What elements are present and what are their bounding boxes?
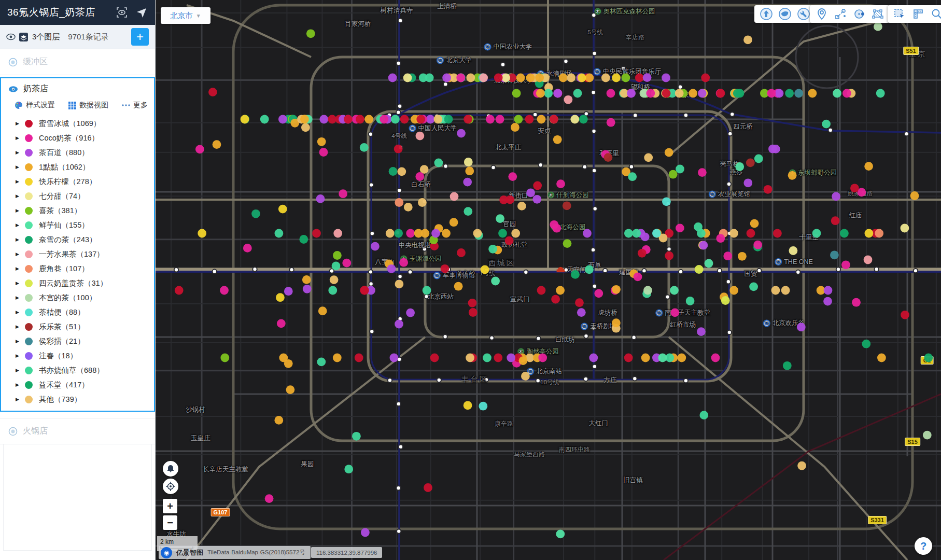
poi-dot[interactable] bbox=[662, 197, 671, 206]
poi-dot[interactable] bbox=[303, 285, 312, 293]
poi-dot[interactable] bbox=[521, 372, 530, 381]
poi-dot[interactable] bbox=[317, 137, 326, 146]
poi-dot[interactable] bbox=[434, 159, 443, 167]
poi-dot[interactable] bbox=[624, 229, 633, 238]
poi-dot[interactable] bbox=[284, 287, 293, 296]
eye-scan-icon[interactable] bbox=[116, 6, 128, 19]
poi-dot[interactable] bbox=[511, 123, 519, 132]
add-layer-button[interactable]: + bbox=[131, 28, 149, 46]
poi-dot[interactable] bbox=[717, 89, 725, 98]
poi-dot[interactable] bbox=[276, 293, 285, 302]
poi-dot[interactable] bbox=[705, 259, 713, 268]
poi-dot[interactable] bbox=[328, 115, 336, 124]
poi-dot[interactable] bbox=[864, 162, 873, 171]
poi-dot[interactable] bbox=[875, 229, 883, 238]
eye-icon[interactable] bbox=[8, 86, 18, 93]
legend-item[interactable]: ▶鹿角巷（107） bbox=[1, 261, 154, 276]
poi-dot[interactable] bbox=[544, 89, 553, 98]
poi-dot[interactable] bbox=[783, 361, 792, 370]
poi-dot[interactable] bbox=[312, 229, 321, 238]
poi-dot[interactable] bbox=[444, 115, 453, 124]
poi-dot[interactable] bbox=[481, 265, 489, 274]
poi-dot[interactable] bbox=[538, 354, 547, 362]
poi-dot[interactable] bbox=[516, 74, 525, 82]
poi-dot[interactable] bbox=[641, 233, 650, 242]
poi-dot[interactable] bbox=[400, 115, 409, 124]
poi-dot[interactable] bbox=[551, 295, 560, 304]
poi-dot[interactable] bbox=[473, 229, 482, 238]
poi-dot[interactable] bbox=[450, 192, 459, 201]
poi-dot[interactable] bbox=[733, 89, 742, 98]
poi-dot[interactable] bbox=[466, 354, 474, 362]
poi-dot[interactable] bbox=[319, 148, 328, 157]
poi-dot[interactable] bbox=[646, 89, 655, 98]
poi-dot[interactable] bbox=[198, 229, 206, 238]
poi-dot[interactable] bbox=[567, 74, 575, 82]
poi-dot[interactable] bbox=[823, 297, 832, 306]
poi-dot[interactable] bbox=[496, 214, 504, 223]
poi-dot[interactable] bbox=[260, 115, 269, 124]
poi-dot[interactable] bbox=[316, 194, 325, 203]
poi-dot[interactable] bbox=[753, 241, 762, 249]
poi-dot[interactable] bbox=[632, 229, 641, 238]
poi-dot[interactable] bbox=[624, 354, 633, 362]
poi-dot[interactable] bbox=[570, 115, 579, 124]
layer-item-hotpot[interactable]: 火锅店 bbox=[0, 418, 155, 444]
poi-dot[interactable] bbox=[607, 118, 615, 127]
poi-dot[interactable] bbox=[465, 166, 474, 175]
poi-dot[interactable] bbox=[342, 259, 351, 268]
poi-dot[interactable] bbox=[511, 229, 520, 238]
poi-dot[interactable] bbox=[901, 224, 909, 233]
poi-dot[interactable] bbox=[612, 285, 621, 294]
poi-dot[interactable] bbox=[874, 22, 882, 31]
poi-dot[interactable] bbox=[399, 258, 408, 267]
poi-dot[interactable] bbox=[622, 74, 630, 82]
poi-dot[interactable] bbox=[579, 115, 588, 124]
poi-dot[interactable] bbox=[832, 192, 840, 201]
poi-dot[interactable] bbox=[494, 354, 502, 362]
poi-dot[interactable] bbox=[195, 145, 204, 154]
poi-dot[interactable] bbox=[665, 148, 673, 157]
poi-dot[interactable] bbox=[788, 171, 797, 180]
more-button[interactable]: 更多 bbox=[122, 101, 148, 110]
poi-dot[interactable] bbox=[583, 229, 592, 238]
poi-dot[interactable] bbox=[394, 229, 403, 238]
poi-dot[interactable] bbox=[775, 89, 784, 98]
poi-dot[interactable] bbox=[601, 74, 610, 82]
poi-dot[interactable] bbox=[333, 251, 342, 260]
poi-dot[interactable] bbox=[386, 229, 395, 238]
poi-dot[interactable] bbox=[479, 74, 488, 82]
poi-dot[interactable] bbox=[729, 229, 738, 238]
poi-dot[interactable] bbox=[571, 270, 580, 279]
poi-dot[interactable] bbox=[564, 95, 573, 104]
poi-dot[interactable] bbox=[456, 74, 465, 82]
poi-dot[interactable] bbox=[512, 89, 521, 98]
poi-dot[interactable] bbox=[676, 224, 684, 233]
poi-dot[interactable] bbox=[328, 286, 337, 295]
expand-arrow-icon[interactable]: ▶ bbox=[16, 237, 23, 242]
poi-dot[interactable] bbox=[332, 262, 341, 271]
poi-dot[interactable] bbox=[556, 530, 565, 539]
poi-dot[interactable] bbox=[563, 239, 572, 248]
poi-dot[interactable] bbox=[278, 115, 287, 124]
poi-dot[interactable] bbox=[464, 158, 473, 166]
poi-dot[interactable] bbox=[519, 356, 528, 365]
poi-dot[interactable] bbox=[536, 89, 545, 98]
expand-arrow-icon[interactable]: ▶ bbox=[16, 310, 23, 315]
ruler-icon[interactable] bbox=[911, 7, 925, 21]
poi-dot[interactable] bbox=[406, 309, 415, 317]
poi-dot[interactable] bbox=[403, 74, 412, 82]
poi-dot[interactable] bbox=[415, 172, 424, 181]
poi-dot[interactable] bbox=[352, 432, 361, 441]
poi-dot[interactable] bbox=[505, 236, 514, 245]
poi-dot[interactable] bbox=[507, 354, 515, 362]
poi-dot[interactable] bbox=[420, 165, 429, 174]
poi-dot[interactable] bbox=[537, 286, 546, 295]
poi-dot[interactable] bbox=[389, 167, 398, 176]
poi-dot[interactable] bbox=[641, 354, 650, 362]
expand-arrow-icon[interactable]: ▶ bbox=[16, 135, 23, 141]
area-select-icon[interactable] bbox=[893, 7, 906, 21]
poi-dot[interactable] bbox=[423, 286, 431, 295]
poi-dot[interactable] bbox=[644, 153, 653, 162]
poi-dot[interactable] bbox=[764, 185, 773, 194]
